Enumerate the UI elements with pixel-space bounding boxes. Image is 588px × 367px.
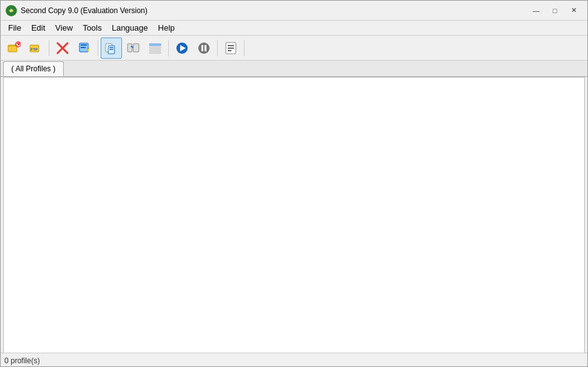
svg-text:FTP: FTP	[31, 48, 38, 51]
window-controls: — □ ✕	[527, 4, 582, 18]
title-bar-left: Second Copy 9.0 (Evaluation Version)	[6, 5, 148, 16]
svg-rect-18	[133, 44, 139, 52]
svg-point-1	[10, 9, 13, 12]
delete-profile-button[interactable]	[52, 38, 73, 59]
app-window: Second Copy 9.0 (Evaluation Version) — □…	[1, 1, 587, 367]
svg-rect-20	[150, 44, 161, 46]
svg-rect-11	[81, 47, 86, 48]
title-text: Second Copy 9.0 (Evaluation Version)	[21, 6, 148, 15]
maximize-button[interactable]: □	[546, 4, 564, 18]
toolbar-sep-4	[217, 40, 218, 56]
toolbar-sep-2	[98, 40, 98, 56]
menu-view[interactable]: View	[50, 21, 78, 35]
copy-now-button[interactable]	[101, 38, 122, 59]
toolbar-sep-5	[244, 40, 245, 56]
split-view-button[interactable]	[123, 38, 144, 59]
svg-rect-22	[150, 49, 161, 51]
close-button[interactable]: ✕	[565, 4, 582, 18]
menu-language[interactable]: Language	[107, 21, 153, 35]
ftp-profile-button[interactable]: FTP	[25, 38, 46, 59]
edit-profile-button[interactable]	[74, 38, 95, 59]
toolbar: FTP	[1, 36, 587, 61]
new-profile-button[interactable]	[3, 38, 24, 59]
tab-bar: ( All Profiles )	[1, 61, 587, 77]
toolbar-sep-1	[49, 40, 49, 56]
pause-button[interactable]	[193, 38, 215, 59]
menu-bar: File Edit View Tools Language Help	[1, 21, 587, 36]
svg-rect-10	[81, 44, 87, 46]
run-button[interactable]	[171, 38, 193, 59]
status-text: 0 profile(s)	[4, 356, 40, 365]
menu-file[interactable]: File	[3, 21, 26, 35]
menu-tools[interactable]: Tools	[78, 21, 106, 35]
svg-rect-17	[128, 44, 132, 52]
title-bar: Second Copy 9.0 (Evaluation Version) — □…	[1, 1, 587, 21]
details-view-button[interactable]	[144, 38, 166, 59]
toolbar-sep-3	[168, 40, 169, 56]
profiles-area	[3, 77, 585, 365]
menu-edit[interactable]: Edit	[26, 21, 50, 35]
svg-rect-23	[150, 52, 161, 54]
svg-rect-27	[201, 45, 203, 51]
menu-help[interactable]: Help	[153, 21, 180, 35]
log-button[interactable]	[220, 38, 241, 59]
svg-rect-21	[150, 47, 161, 49]
status-bar: 0 profile(s)	[1, 353, 587, 367]
app-icon	[6, 5, 17, 16]
minimize-button[interactable]: —	[527, 4, 545, 18]
svg-point-26	[198, 43, 210, 54]
svg-rect-28	[205, 45, 206, 51]
tab-all-profiles[interactable]: ( All Profiles )	[3, 61, 64, 76]
